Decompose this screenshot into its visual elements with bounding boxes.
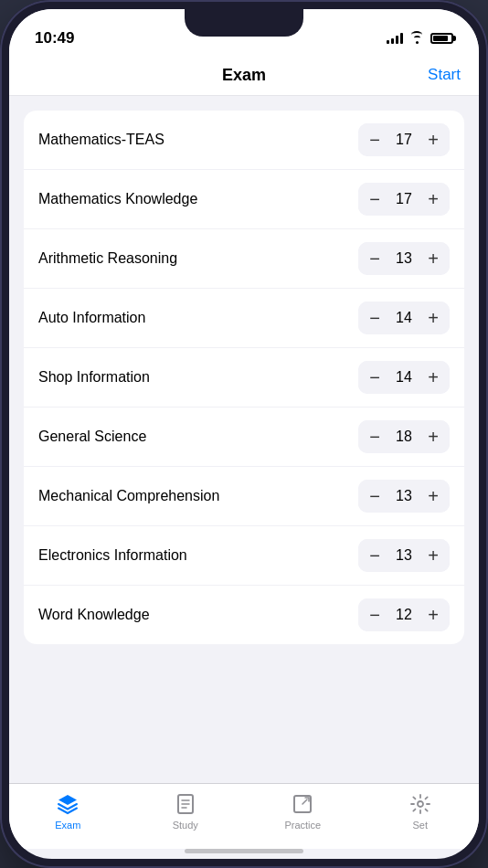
stepper-value: 12 (391, 607, 417, 623)
table-row: General Science − 18 + (24, 408, 464, 467)
row-label: General Science (38, 428, 358, 447)
stepper[interactable]: − 14 + (358, 361, 450, 394)
home-indicator (185, 849, 303, 853)
table-row: Mathematics-TEAS − 17 + (24, 111, 464, 170)
increment-button[interactable]: + (417, 480, 450, 513)
table-row: Electronics Information − 13 + (24, 526, 464, 586)
start-button[interactable]: Start (428, 66, 461, 84)
increment-button[interactable]: + (417, 420, 450, 453)
row-label: Auto Information (38, 309, 358, 328)
table-row: Shop Information − 14 + (24, 348, 464, 408)
tab-label: Study (173, 820, 198, 831)
decrement-button[interactable]: − (358, 480, 391, 513)
decrement-button[interactable]: − (358, 361, 391, 394)
notch (185, 9, 303, 37)
row-label: Arithmetic Reasoning (38, 249, 358, 269)
stepper-value: 18 (391, 429, 417, 445)
increment-button[interactable]: + (417, 183, 450, 216)
increment-button[interactable]: + (417, 598, 450, 631)
stepper[interactable]: − 13 + (358, 539, 450, 572)
row-label: Mechanical Comprehension (38, 487, 358, 506)
decrement-button[interactable]: − (358, 539, 391, 572)
status-time: 10:49 (35, 29, 74, 48)
phone-frame: 10:49 Exam Start (0, 0, 488, 868)
increment-button[interactable]: + (417, 539, 450, 572)
decrement-button[interactable]: − (358, 242, 391, 275)
tab-exam[interactable]: Exam (36, 791, 100, 831)
wifi-icon (409, 33, 424, 44)
increment-button[interactable]: + (417, 242, 450, 275)
exam-rows-card: Mathematics-TEAS − 17 + Mathematics Know… (24, 111, 464, 644)
stepper-value: 14 (391, 369, 417, 386)
svg-point-5 (418, 801, 423, 807)
table-row: Arithmetic Reasoning − 13 + (24, 229, 464, 289)
screen: 10:49 Exam Start (9, 9, 479, 859)
practice-icon (290, 791, 315, 817)
row-label: Mathematics-TEAS (38, 131, 358, 150)
tab-label: Practice (284, 820, 321, 831)
decrement-button[interactable]: − (358, 183, 391, 216)
stepper[interactable]: − 14 + (358, 302, 450, 334)
stepper-value: 17 (391, 191, 417, 207)
tab-set[interactable]: Set (388, 791, 452, 831)
stepper-value: 13 (391, 250, 417, 267)
tab-study[interactable]: Study (154, 791, 217, 831)
table-row: Mathematics Knowledge − 17 + (24, 170, 464, 229)
page-title: Exam (222, 66, 266, 85)
row-label: Electronics Information (38, 546, 358, 566)
row-label: Mathematics Knowledge (38, 190, 358, 209)
stepper[interactable]: − 13 + (358, 480, 450, 513)
row-label: Word Knowledge (38, 606, 358, 625)
stepper-value: 13 (391, 547, 417, 564)
decrement-button[interactable]: − (358, 598, 391, 631)
nav-header: Exam Start (9, 55, 479, 96)
stepper-value: 14 (391, 310, 417, 326)
content-area: Mathematics-TEAS − 17 + Mathematics Know… (9, 96, 479, 783)
increment-button[interactable]: + (417, 361, 450, 394)
stepper[interactable]: − 12 + (358, 598, 450, 631)
increment-button[interactable]: + (417, 302, 450, 334)
table-row: Auto Information − 14 + (24, 289, 464, 348)
decrement-button[interactable]: − (358, 123, 391, 156)
set-icon (408, 791, 433, 817)
stepper-value: 13 (391, 488, 417, 504)
battery-icon (430, 33, 453, 44)
signal-icon (387, 33, 403, 44)
exam-icon (55, 791, 80, 817)
decrement-button[interactable]: − (358, 420, 391, 453)
tab-bar: Exam Study Practice Set (9, 783, 479, 849)
tab-practice[interactable]: Practice (271, 791, 334, 831)
increment-button[interactable]: + (417, 123, 450, 156)
decrement-button[interactable]: − (358, 302, 391, 334)
stepper[interactable]: − 13 + (358, 242, 450, 275)
stepper[interactable]: − 18 + (358, 420, 450, 453)
table-row: Mechanical Comprehension − 13 + (24, 467, 464, 526)
tab-label: Set (412, 820, 428, 831)
stepper[interactable]: − 17 + (358, 123, 450, 156)
stepper-value: 17 (391, 132, 417, 148)
study-icon (173, 791, 198, 817)
row-label: Shop Information (38, 368, 358, 387)
tab-label: Exam (55, 820, 80, 831)
status-icons (387, 33, 453, 44)
stepper[interactable]: − 17 + (358, 183, 450, 216)
table-row: Word Knowledge − 12 + (24, 586, 464, 644)
